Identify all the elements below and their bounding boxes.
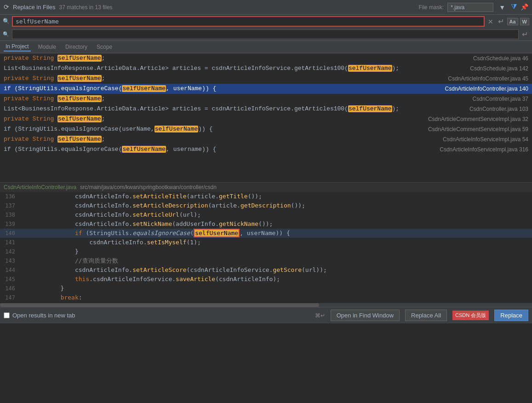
search-input[interactable] [12, 16, 485, 27]
code-lines: 136 csdnArticleInfo.setArticleTitle(arti… [0, 192, 532, 302]
code-preview: CsdnArticleInfoController.java src/main/… [0, 182, 532, 307]
table-row[interactable]: private String selfUserName; CsdnSchedul… [0, 53, 532, 63]
csdn-badge: CSDN 会员版 [452, 311, 489, 320]
code-line: 141 csdnArticleInfo.setIsMyself(1); [0, 238, 532, 247]
table-row[interactable]: private String selfUserName; CsdnArticle… [0, 134, 532, 144]
match-case-button[interactable]: Aa [507, 18, 518, 25]
header-bar: ⟳ Replace in Files 37 matches in 13 file… [0, 0, 532, 15]
scope-tabs: In Project Module Directory Scope [0, 41, 532, 53]
table-row[interactable]: private String selfUserName; CsdnArticle… [0, 74, 532, 84]
bottom-toolbar: Open results in new tab ⌘↵ Open in Find … [0, 307, 532, 323]
code-line: 144 csdnArticleInfo.setArticleScore(csdn… [0, 265, 532, 275]
header-title: Replace in Files [13, 4, 56, 11]
code-line: 138 csdnArticleInfo.setArticleUrl(url); [0, 210, 532, 219]
open-results-checkbox[interactable] [4, 312, 10, 318]
file-header: CsdnArticleInfoController.java src/main/… [0, 183, 532, 192]
code-line: 142 } [0, 247, 532, 256]
find-enter-button[interactable]: ↵ [497, 17, 505, 26]
table-row[interactable]: List<BusinessInfoResponse.ArticleData.Ar… [0, 104, 532, 114]
filter-icon[interactable]: ⧩ [511, 3, 517, 12]
replace-row: 🔍 ↵ [0, 28, 532, 40]
table-row[interactable]: private String selfUserName; CsdnArticle… [0, 114, 532, 124]
file-mask-label: File mask: [418, 4, 444, 11]
code-line: 136 csdnArticleInfo.setArticleTitle(arti… [0, 192, 532, 201]
replace-enter-button[interactable]: ↵ [521, 29, 529, 39]
code-line: 137 csdnArticleInfo.setArticleDescriptio… [0, 201, 532, 210]
match-count: 37 matches in 13 files [59, 4, 113, 11]
preview-path: src/main/java/com/kwan/springbootkwan/co… [80, 184, 217, 190]
open-results-checkbox-label[interactable]: Open results in new tab [4, 312, 75, 319]
file-mask-input[interactable] [447, 3, 493, 12]
table-row[interactable]: if (StringUtils.equalsIgnoreCase(selfUse… [0, 84, 532, 94]
open-results-label: Open results in new tab [12, 312, 75, 319]
replace-button[interactable]: Replace [494, 310, 528, 321]
table-row[interactable]: private String selfUserName; CsdnControl… [0, 94, 532, 104]
find-row: 🔍 ✕ ↵ Aa W [0, 15, 532, 28]
search-section: 🔍 ✕ ↵ Aa W 🔍 ↵ [0, 15, 532, 41]
replace-input[interactable] [12, 29, 519, 39]
tab-scope[interactable]: Scope [95, 43, 114, 51]
replace-all-button[interactable]: Replace All [405, 310, 447, 321]
open-find-window-button[interactable]: Open in Find Window [331, 310, 400, 321]
results-list[interactable]: private String selfUserName; CsdnSchedul… [0, 53, 532, 182]
code-line: 143 //查询质量分数 [0, 256, 532, 265]
code-line-selected: 140 if (StringUtils.equalsIgnoreCase(sel… [0, 229, 532, 238]
preview-filename: CsdnArticleInfoController.java [4, 184, 76, 190]
code-line: 145 this.csdnArticleInfoService.saveArti… [0, 275, 532, 284]
table-row[interactable]: if (StringUtils.equalsIgnoreCase(userNam… [0, 124, 532, 134]
replace-in-files-icon: ⟳ [4, 3, 9, 11]
file-mask-dropdown[interactable]: ▼ [497, 3, 507, 12]
tab-module[interactable]: Module [36, 43, 58, 51]
tab-in-project[interactable]: In Project [4, 42, 31, 52]
code-line: 147 break: [0, 293, 532, 302]
code-line: 146 } [0, 284, 532, 293]
shortcut-hint: ⌘↵ [315, 312, 325, 319]
horizontal-scrollbar[interactable] [0, 303, 532, 307]
table-row[interactable]: List<BusinessInfoResponse.ArticleData.Ar… [0, 63, 532, 74]
find-icon: 🔍 [3, 18, 10, 25]
replace-icon: 🔍 [3, 31, 10, 37]
table-row[interactable]: if (StringUtils.equalsIgnoreCase(selfUse… [0, 144, 532, 155]
code-line: 139 csdnArticleInfo.setNickName(addUserI… [0, 219, 532, 229]
pin-icon[interactable]: 📌 [521, 3, 528, 11]
whole-word-button[interactable]: W [520, 18, 529, 25]
tab-directory[interactable]: Directory [63, 43, 89, 51]
clear-search-button[interactable]: ✕ [486, 17, 495, 26]
